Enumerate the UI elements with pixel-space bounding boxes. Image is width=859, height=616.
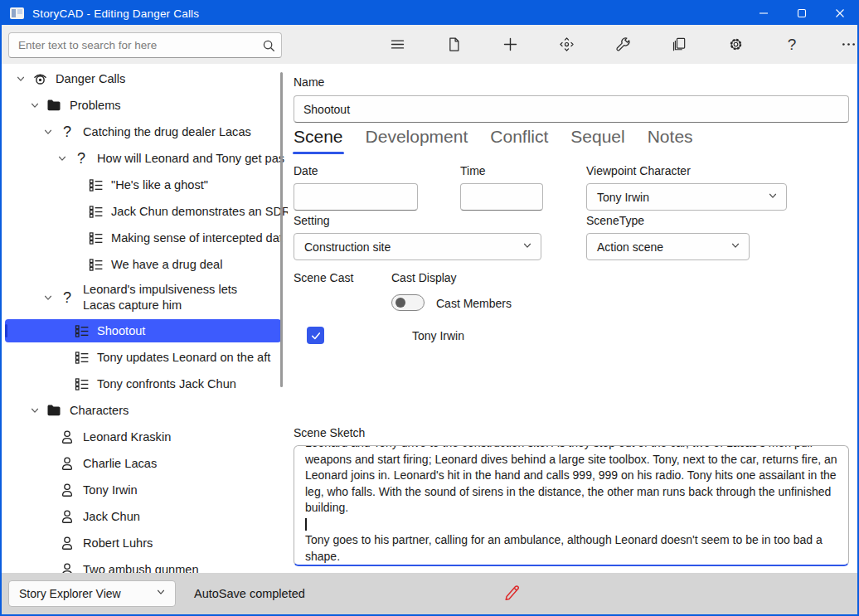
minimize-button[interactable] — [745, 0, 783, 27]
tree-item-character[interactable]: Leonard Kraskin — [2, 424, 288, 450]
sketch-caret-line — [305, 517, 837, 533]
new-document-icon — [445, 36, 462, 53]
chevron-down-icon[interactable] — [26, 99, 44, 111]
app-icon — [10, 7, 24, 19]
search-icon[interactable] — [256, 38, 281, 53]
move-button[interactable] — [557, 35, 575, 55]
character-icon — [57, 561, 77, 573]
date-input[interactable] — [294, 183, 418, 211]
tree-item-character[interactable]: Two ambush gunmen — [2, 556, 288, 573]
name-label: Name — [294, 75, 324, 89]
cast-members-toggle[interactable] — [391, 294, 425, 311]
search-box[interactable] — [8, 32, 282, 58]
view-selector[interactable]: Story Explorer View — [8, 580, 176, 607]
scene-icon — [85, 177, 105, 194]
tree-item-problem[interactable]: ? Catching the drug dealer Lacas — [2, 119, 288, 145]
settings-gear-icon — [727, 36, 745, 53]
story-overview-icon — [30, 70, 50, 88]
tree-scrollbar[interactable] — [280, 72, 283, 387]
more-options-button[interactable] — [839, 35, 857, 55]
help-button[interactable]: ? — [783, 35, 801, 55]
tree-item-danger-calls[interactable]: Danger Calls — [2, 65, 288, 92]
viewpoint-character-select[interactable]: Tony Irwin — [586, 183, 787, 211]
sketch-line: Leonard joins in. Leonard's hit in the h… — [305, 468, 837, 484]
chevron-down-icon[interactable] — [39, 292, 57, 303]
scene-name-input[interactable] — [294, 95, 849, 123]
chevron-down-icon[interactable] — [39, 126, 57, 138]
setting-label: Setting — [294, 214, 330, 227]
setting-select[interactable]: Construction site — [294, 233, 541, 260]
scene-icon — [71, 376, 91, 393]
scene-cast-label: Scene Cast — [294, 271, 353, 284]
chevron-down-icon[interactable] — [26, 405, 44, 416]
chevron-down-icon — [522, 240, 533, 254]
copy-icon — [671, 36, 687, 53]
tree-item-scene[interactable]: We have a drug deal — [2, 251, 288, 278]
status-bar: Story Explorer View AutoSave completed — [2, 573, 857, 614]
add-icon — [502, 36, 519, 53]
cast-member-checkbox[interactable] — [307, 327, 324, 344]
problem-icon: ? — [57, 124, 77, 141]
tree-item-problem[interactable]: ? Leonard's impulsiveness lets Lacas cap… — [2, 278, 288, 318]
add-button[interactable] — [501, 35, 519, 55]
tools-button[interactable] — [614, 35, 632, 55]
sketch-line: weapons and start firing; Leonard dives … — [305, 452, 837, 468]
title-bar: StoryCAD - Editing Danger Calls — [0, 0, 859, 27]
scene-sketch-textarea[interactable]: Leonard and Tony drive to the constructi… — [294, 445, 849, 566]
more-options-icon — [840, 36, 857, 53]
tree-item-scene[interactable]: Tony updates Leonard on the aft — [2, 344, 288, 371]
minimize-icon — [759, 8, 769, 18]
search-input[interactable] — [9, 39, 256, 51]
tree-item-problem[interactable]: ? How will Leonard and Tony get pas — [2, 145, 288, 172]
tree-item-character[interactable]: Tony Irwin — [2, 477, 288, 503]
new-document-button[interactable] — [444, 35, 463, 55]
maximize-button[interactable] — [783, 0, 821, 27]
scene-editor: Name Scene Development Conflict Sequel N… — [288, 64, 857, 573]
tree-item-scene[interactable]: Jack Chun demonstrates an SDR — [2, 198, 288, 225]
cast-member-name: Tony Irwin — [412, 329, 464, 342]
close-icon — [835, 8, 845, 18]
chevron-down-icon — [767, 190, 779, 204]
folder-icon — [44, 97, 64, 114]
menu-button[interactable] — [388, 35, 406, 55]
scenetype-label: SceneType — [586, 214, 644, 227]
changed-pencil-icon[interactable] — [499, 581, 522, 604]
settings-button[interactable] — [726, 35, 745, 55]
tree-item-character[interactable]: Robert Luhrs — [2, 530, 288, 556]
viewpoint-character-label: Viewpoint Character — [586, 164, 691, 177]
tree-item-scene[interactable]: Tony confronts Jack Chun — [2, 371, 288, 397]
tab-scene[interactable]: Scene — [294, 127, 343, 154]
tab-conflict[interactable]: Conflict — [490, 127, 548, 154]
check-icon — [310, 330, 322, 342]
chevron-down-icon — [730, 240, 741, 254]
copy-button[interactable] — [670, 35, 688, 55]
chevron-down-icon[interactable] — [12, 73, 30, 85]
tree-item-problems[interactable]: Problems — [2, 92, 288, 119]
chevron-down-icon — [155, 586, 167, 601]
maximize-icon — [797, 8, 807, 18]
tree-item-shootout-selected[interactable]: Shootout — [2, 318, 288, 344]
tree-item-character[interactable]: Charlie Lacas — [2, 450, 288, 477]
scene-icon — [71, 323, 91, 340]
tab-sequel[interactable]: Sequel — [570, 127, 624, 154]
autosave-status: AutoSave completed — [194, 573, 305, 614]
tree-item-scene[interactable]: "He's like a ghost" — [2, 172, 288, 198]
close-button[interactable] — [821, 0, 859, 27]
tab-notes[interactable]: Notes — [648, 127, 693, 154]
tree-item-character[interactable]: Jack Chun — [2, 503, 288, 530]
wrench-icon — [614, 36, 632, 53]
chevron-down-icon[interactable] — [53, 153, 71, 164]
scene-icon — [71, 349, 91, 366]
tab-development[interactable]: Development — [366, 127, 468, 154]
sketch-line: building. — [305, 500, 837, 517]
time-input[interactable] — [460, 183, 543, 211]
scene-sketch-label: Scene Sketch — [294, 426, 365, 439]
sketch-line: shape. — [305, 549, 837, 565]
date-label: Date — [294, 164, 318, 177]
tree-item-scene[interactable]: Making sense of intercepted dat — [2, 225, 288, 251]
tree-item-characters[interactable]: Characters — [2, 397, 288, 424]
scenetype-select[interactable]: Action scene — [586, 233, 750, 260]
toggle-knob — [396, 298, 405, 308]
problem-icon: ? — [57, 289, 77, 307]
problem-icon: ? — [71, 150, 91, 167]
